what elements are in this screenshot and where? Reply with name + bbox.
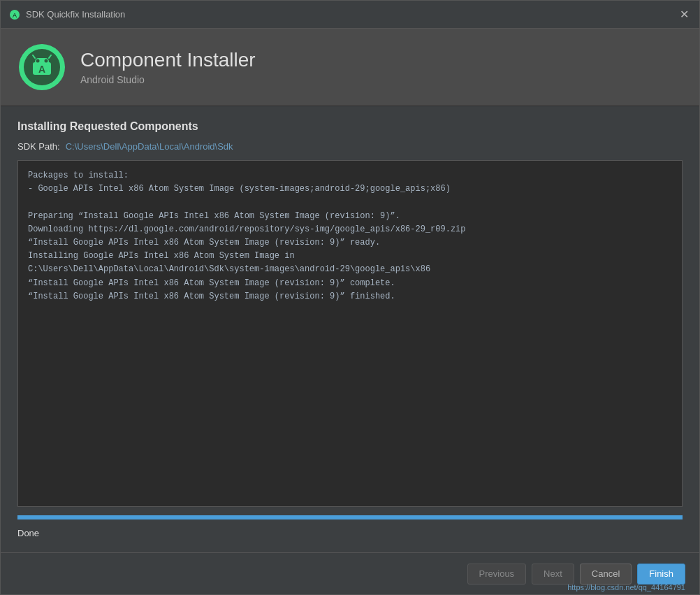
progress-bar-container bbox=[17, 515, 683, 519]
title-bar: A SDK Quickfix Installation ✕ bbox=[1, 1, 699, 29]
title-bar-title: SDK Quickfix Installation bbox=[26, 9, 125, 20]
main-window: A SDK Quickfix Installation ✕ A Componen… bbox=[0, 0, 700, 595]
svg-point-6 bbox=[36, 59, 40, 63]
sdk-path-label: SDK Path: bbox=[17, 141, 60, 152]
finish-button[interactable]: Finish bbox=[637, 564, 685, 585]
footer: Previous Next Cancel Finish https://blog… bbox=[1, 552, 699, 594]
log-text: Packages to install: - Google APIs Intel… bbox=[28, 169, 672, 303]
status-text: Done bbox=[17, 528, 683, 538]
svg-point-7 bbox=[45, 59, 48, 63]
previous-button[interactable]: Previous bbox=[467, 564, 527, 585]
header-logo-icon: A bbox=[17, 43, 66, 92]
section-title: Installing Requested Components bbox=[17, 120, 683, 133]
svg-text:A: A bbox=[38, 64, 45, 75]
header: A Component Installer Android Studio bbox=[1, 29, 699, 106]
close-button[interactable]: ✕ bbox=[677, 8, 691, 22]
footer-url: https://blog.csdn.net/qq_44164791 bbox=[567, 583, 685, 592]
main-content: Installing Requested Components SDK Path… bbox=[1, 106, 699, 552]
app-icon: A bbox=[9, 9, 20, 20]
title-bar-left: A SDK Quickfix Installation bbox=[9, 9, 125, 20]
header-subtitle: Android Studio bbox=[80, 74, 256, 85]
next-button[interactable]: Next bbox=[532, 564, 574, 585]
cancel-button[interactable]: Cancel bbox=[580, 564, 632, 585]
svg-text:A: A bbox=[13, 12, 17, 19]
log-area[interactable]: Packages to install: - Google APIs Intel… bbox=[17, 160, 683, 507]
header-text: Component Installer Android Studio bbox=[80, 49, 256, 85]
progress-bar-fill bbox=[17, 515, 683, 519]
header-title: Component Installer bbox=[80, 49, 256, 71]
sdk-path-value: C:\Users\Dell\AppData\Local\Android\Sdk bbox=[66, 141, 233, 152]
sdk-path-row: SDK Path: C:\Users\Dell\AppData\Local\An… bbox=[17, 141, 683, 152]
